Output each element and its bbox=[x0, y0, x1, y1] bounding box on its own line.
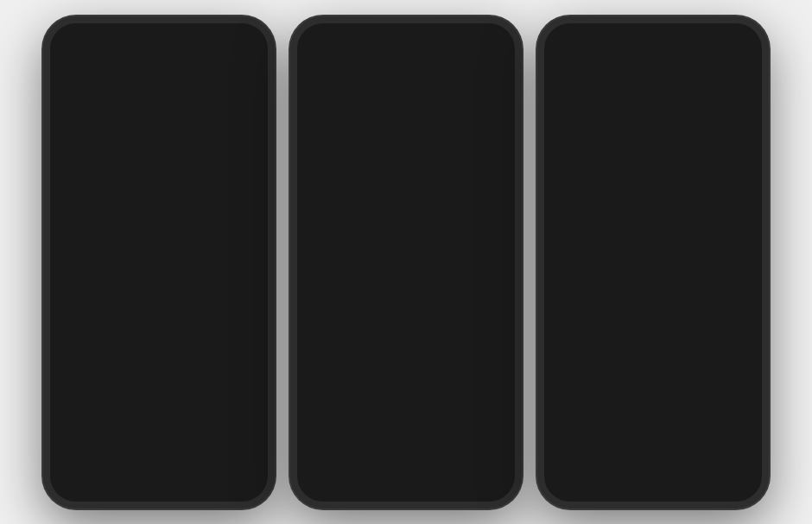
badge: · 4.1.4K bbox=[580, 446, 609, 454]
card-meta: 75 titles Follow bbox=[304, 215, 508, 224]
search-icon: ⌕ bbox=[129, 477, 135, 489]
collection-card[interactable]: › Watch, Gasp, Repeat 75 titles · 4.2K F… bbox=[544, 309, 762, 383]
card-content: Netflix Is a Joke 🎉 75 titles Follow bbox=[544, 116, 762, 153]
collection-card[interactable]: › Find a Docuseries 75 titles Follow bbox=[544, 232, 762, 306]
titles-count: 75 titles bbox=[551, 446, 575, 454]
collection-card[interactable]: Dark & Devious TV Shows 75 titles Follow bbox=[297, 309, 515, 383]
collection-card[interactable]: Take a Closer Look 75 titles Follow bbox=[544, 155, 762, 230]
search-icon: ⌕ bbox=[623, 477, 629, 489]
card-meta: 75 titles Follow bbox=[551, 215, 755, 224]
follow-button[interactable]: Follow bbox=[86, 292, 115, 301]
titles-count: 75 titles bbox=[551, 216, 575, 224]
follow-button[interactable]: Follow bbox=[86, 138, 115, 148]
card-content: Take a Closer Look 75 titles Follow bbox=[544, 193, 762, 230]
titles-count: 75 titles bbox=[57, 446, 81, 454]
status-time: 8:31 bbox=[64, 33, 81, 42]
card-meta: 75 titles Follow bbox=[304, 292, 508, 301]
card-meta: 75 titles Follow bbox=[551, 292, 755, 301]
nav-label: Downloads bbox=[665, 489, 695, 496]
follow-button[interactable]: Follow bbox=[86, 445, 115, 455]
collection-card[interactable]: Oddballs & Outcasts 75 titles Follow bbox=[50, 386, 268, 460]
nav-item-home[interactable]: ⌂Home bbox=[50, 477, 105, 496]
wifi-icon: ⌾ bbox=[735, 34, 739, 41]
titles-count: 66 titles bbox=[304, 446, 328, 454]
app-header: N bbox=[544, 47, 762, 79]
collection-card[interactable]: Prizewinning Movie Picks 75 titles bbox=[297, 463, 515, 470]
battery-icon: ▐ bbox=[496, 34, 501, 41]
nav-item-more[interactable]: ⋯ 12 More bbox=[460, 475, 515, 497]
card-title: Take a Closer Look bbox=[551, 198, 755, 211]
collections-scroll[interactable]: › Let's Be Real 75 titles Follow › Let's… bbox=[297, 79, 515, 470]
status-icons: ▲▲▲ ⌾ ▐ bbox=[218, 34, 254, 41]
card-title: Dark & Devious TV Shows bbox=[304, 351, 508, 365]
app-header: N bbox=[297, 47, 515, 79]
collections-scroll[interactable]: › Explore Great Britain 75 titles Follow… bbox=[50, 79, 268, 470]
collection-card[interactable]: Find Your Funny on TV 75 titles · 4.1.4K… bbox=[544, 386, 762, 460]
card-content: Curiously Candid TV 75 titles Follow bbox=[297, 269, 515, 306]
follow-button[interactable]: Follow bbox=[333, 138, 362, 148]
nav-item-downloads[interactable]: ⬇Downloads bbox=[653, 477, 707, 496]
follow-button[interactable]: Follow bbox=[580, 215, 609, 224]
nav-badge-wrapper: ⋯ 12 bbox=[730, 475, 740, 490]
card-meta: 75 titles Follow bbox=[57, 445, 261, 455]
downloads-icon: ⬇ bbox=[182, 477, 191, 489]
battery-icon: ▐ bbox=[743, 34, 748, 41]
collection-card[interactable]: › Real & Riveting 75 titles Follow bbox=[50, 155, 268, 230]
card-content: Find Your Next Series 75 titles Follow bbox=[50, 269, 268, 306]
nav-label: Downloads bbox=[418, 489, 448, 496]
follow-button[interactable]: Follow bbox=[333, 369, 362, 378]
follow-button[interactable]: Follow bbox=[612, 445, 642, 455]
collection-card[interactable]: Netflix Is a Joke 🎉 75 titles Follow bbox=[544, 79, 762, 153]
follow-button[interactable]: Follow bbox=[333, 445, 362, 455]
titles-count: 75 titles bbox=[304, 216, 328, 224]
status-bar: 8:31 ▲▲▲ ⌾ ▐ bbox=[544, 23, 762, 47]
nav-item-search[interactable]: ⌕Search bbox=[599, 477, 653, 496]
status-bar: 8:31 ▲▲▲ ⌾ ▐ bbox=[50, 23, 268, 47]
collection-card[interactable]: › Let's Keep It Light 75 titles Follow bbox=[297, 155, 515, 230]
badge-count: 12 bbox=[489, 472, 498, 481]
collection-card[interactable]: › Just for Laughs 75 titles · 4.5K Follo… bbox=[50, 309, 268, 383]
nav-item-search[interactable]: ⌕Search bbox=[352, 477, 406, 496]
badge: · 4.2K bbox=[580, 369, 603, 377]
titles-count: 75 titles bbox=[304, 293, 328, 300]
titles-count: 75 titles bbox=[57, 293, 81, 300]
follow-button[interactable]: Follow bbox=[86, 215, 115, 224]
nav-item-search[interactable]: ⌕Search bbox=[105, 477, 159, 496]
collections-scroll[interactable]: Netflix Is a Joke 🎉 75 titles Follow Tak… bbox=[544, 79, 762, 470]
cast-icon[interactable] bbox=[249, 441, 263, 455]
collection-card[interactable]: › Find Your Next Series 75 titles Follow bbox=[50, 232, 268, 306]
downloads-icon: ⬇ bbox=[676, 477, 685, 489]
titles-count: 75 titles bbox=[551, 139, 575, 147]
nav-item-more[interactable]: ⋯ 12 More bbox=[707, 475, 762, 497]
card-meta: 75 titles · 4.2K Follow bbox=[551, 369, 755, 378]
titles-count: 75 titles bbox=[304, 139, 328, 147]
follow-button[interactable]: Follow bbox=[333, 215, 362, 224]
nav-item-downloads[interactable]: ⬇Downloads bbox=[159, 477, 213, 496]
titles-count: 75 titles bbox=[57, 139, 81, 147]
collection-card[interactable]: Short and Funny 66 titles Follow bbox=[297, 386, 515, 460]
nav-item-downloads[interactable]: ⬇Downloads bbox=[406, 477, 460, 496]
follow-button[interactable]: Follow bbox=[112, 369, 142, 378]
signal-icon: ▲▲▲ bbox=[218, 34, 238, 41]
follow-button[interactable]: Follow bbox=[580, 138, 609, 148]
collection-card[interactable]: › Let's Be Real 75 titles Follow bbox=[297, 79, 515, 153]
collection-card[interactable]: › Explore Great Britain 75 titles Follow bbox=[50, 79, 268, 153]
follow-button[interactable]: Follow bbox=[606, 369, 636, 378]
card-title: Find Your Funny on TV bbox=[551, 428, 755, 442]
follow-button[interactable]: Follow bbox=[580, 292, 609, 301]
nav-item-home[interactable]: ⌂Home bbox=[297, 477, 352, 496]
card-meta: 75 titles · 4.5K Follow bbox=[57, 369, 261, 378]
collection-card[interactable]: › Curiously Candid TV 75 titles Follow bbox=[297, 232, 515, 306]
nav-item-more[interactable]: ⋯ 12 More bbox=[213, 475, 268, 497]
bottom-nav: ⌂Home⌕Search⬇Downloads ⋯ 12 More bbox=[544, 470, 762, 502]
header-title[interactable]: Collections ▾ bbox=[79, 56, 144, 69]
nav-item-home[interactable]: ⌂Home bbox=[544, 477, 599, 496]
downloads-icon: ⬇ bbox=[429, 477, 438, 489]
status-icons: ▲▲▲ ⌾ ▐ bbox=[712, 34, 748, 41]
collection-card[interactable]: Artful Adventures 75 titles bbox=[544, 463, 762, 470]
nav-label: Home bbox=[316, 489, 333, 496]
card-meta: 75 titles Follow bbox=[57, 292, 261, 301]
card-content: Find a Docuseries 75 titles Follow bbox=[544, 269, 762, 306]
follow-button[interactable]: Follow bbox=[333, 292, 362, 301]
card-content: Just for Laughs 75 titles · 4.5K Follow bbox=[50, 346, 268, 383]
